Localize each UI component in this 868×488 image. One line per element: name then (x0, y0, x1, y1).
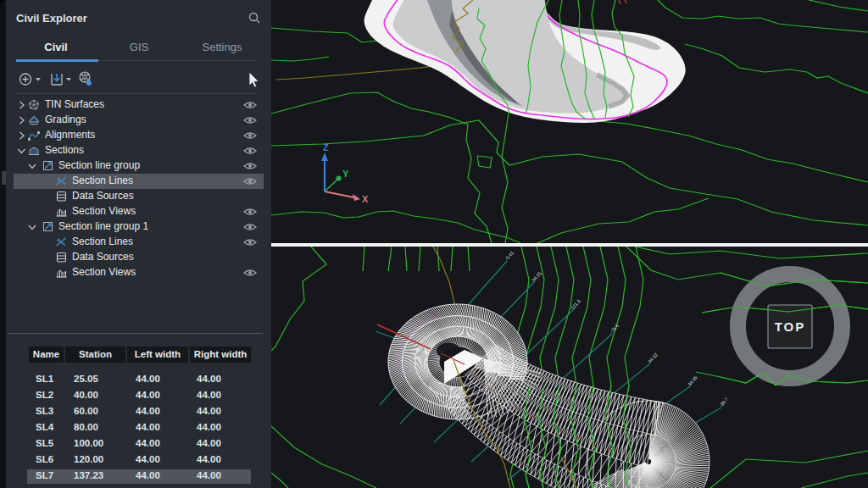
svg-text:X: X (362, 194, 369, 204)
svg-text:TOP: TOP (775, 319, 806, 334)
svg-text:Z: Z (323, 142, 329, 152)
svg-text:Y: Y (342, 169, 349, 179)
